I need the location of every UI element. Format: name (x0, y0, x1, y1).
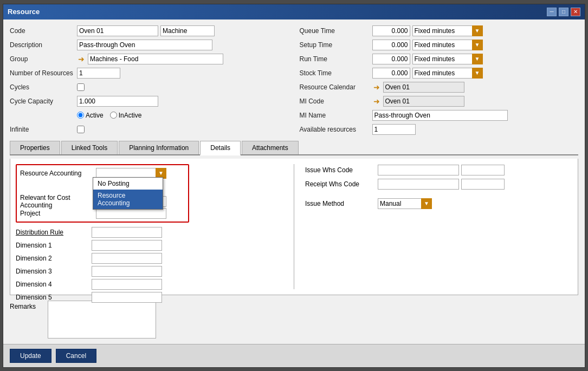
tab-properties-label: Properties (20, 144, 50, 152)
tab-divider (294, 164, 294, 289)
issue-method-wrapper: Manual ▼ (378, 198, 432, 209)
queue-time-row: Queue Time Fixed minutes ▼ (300, 25, 579, 37)
infinite-checkbox[interactable] (77, 126, 85, 133)
type-input[interactable] (160, 25, 215, 36)
minimize-button[interactable]: ─ (547, 8, 557, 16)
tab-attachments[interactable]: Attachments (242, 141, 299, 154)
active-radio[interactable] (77, 112, 84, 119)
issue-method-select[interactable]: Manual (378, 198, 432, 209)
resource-accounting-label: Resource Accounting (20, 170, 96, 177)
infinite-label: Infinite (10, 126, 75, 133)
dimension3-row: Dimension 3 (16, 266, 283, 277)
dimension5-label: Dimension 5 (16, 294, 92, 301)
dimension3-input[interactable] (92, 266, 162, 277)
tab-linked-tools-label: Linked Tools (72, 144, 108, 152)
main-window: Resource ─ □ ✕ Code Description (3, 4, 585, 368)
cycles-checkbox[interactable] (77, 83, 85, 91)
mi-name-input[interactable] (372, 110, 508, 121)
cycles-label: Cycles (10, 83, 75, 91)
resource-calendar-label: Resource Calendar (300, 83, 370, 91)
receipt-whs-input2[interactable] (461, 179, 505, 190)
issue-whs-input[interactable] (378, 165, 459, 175)
dimension4-row: Dimension 4 (16, 279, 283, 290)
remarks-textarea[interactable] (48, 301, 156, 339)
cycle-capacity-row: Cycle Capacity (10, 95, 289, 107)
dimension4-input[interactable] (92, 279, 162, 290)
group-label: Group (10, 55, 75, 63)
number-resources-label: Number of Resources (10, 69, 75, 77)
queue-time-label: Queue Time (300, 27, 370, 35)
popup-resource-accounting[interactable]: Resource Accounting (93, 190, 163, 209)
dimension4-label: Dimension 4 (16, 281, 92, 288)
cancel-button[interactable]: Cancel (56, 349, 96, 363)
distribution-rule-input[interactable] (92, 227, 162, 238)
dimension1-row: Dimension 1 (16, 240, 283, 251)
cycle-capacity-input[interactable] (77, 96, 158, 107)
dimension1-label: Dimension 1 (16, 242, 92, 249)
resource-accounting-popup[interactable]: No Posting Resource Accounting (93, 177, 163, 210)
run-time-label: Run Time (300, 55, 370, 63)
project-input[interactable] (96, 208, 166, 219)
project-label: Project (20, 210, 96, 217)
close-button[interactable]: ✕ (571, 8, 580, 16)
dimension1-input[interactable] (92, 240, 162, 251)
issue-method-row: Issue Method Manual ▼ (305, 198, 572, 210)
available-resources-input[interactable] (372, 124, 416, 135)
mi-code-arrow-icon: ➜ (373, 97, 380, 106)
resource-calendar-input[interactable] (383, 82, 464, 93)
title-bar: Resource ─ □ ✕ (3, 4, 585, 19)
mi-name-label: MI Name (300, 112, 370, 119)
active-row: Active InActive (10, 109, 289, 121)
resource-calendar-row: Resource Calendar ➜ (300, 81, 579, 93)
active-radio-label[interactable]: Active (77, 112, 104, 119)
tab-planning-information-label: Planning Information (129, 144, 189, 152)
queue-time-input[interactable] (372, 25, 410, 36)
setup-time-input[interactable] (372, 40, 410, 50)
receipt-whs-input[interactable] (378, 179, 459, 190)
dimension2-input[interactable] (92, 253, 162, 264)
inactive-radio[interactable] (110, 112, 117, 119)
setup-time-select[interactable]: Fixed minutes (412, 40, 483, 50)
dimension5-input[interactable] (92, 292, 162, 303)
tab-details-label: Details (210, 144, 230, 152)
receipt-whs-row: Receipt Whs Code (305, 178, 572, 190)
available-resources-row: Available resources (300, 123, 579, 135)
description-label: Description (10, 41, 75, 49)
group-row: Group ➜ (10, 53, 289, 65)
maximize-button[interactable]: □ (559, 8, 568, 16)
stock-time-input[interactable] (372, 68, 410, 79)
code-input[interactable] (77, 25, 158, 36)
resource-calendar-arrow-icon: ➜ (373, 83, 380, 92)
dimension3-label: Dimension 3 (16, 268, 92, 275)
resource-accounting-container: Resource Accounting ▼ No Posting Resourc… (16, 164, 189, 223)
receipt-whs-label: Receipt Whs Code (305, 180, 376, 188)
stock-time-dropdown: Fixed minutes ▼ (412, 68, 483, 79)
run-time-row: Run Time Fixed minutes ▼ (300, 53, 579, 65)
number-resources-input[interactable] (77, 68, 120, 79)
mi-code-input[interactable] (383, 96, 464, 107)
popup-no-posting[interactable]: No Posting (93, 178, 163, 190)
update-button[interactable]: Update (10, 349, 51, 363)
stock-time-select[interactable]: Fixed minutes (412, 68, 483, 79)
tab-planning-information[interactable]: Planning Information (119, 141, 199, 154)
description-row: Description (10, 39, 289, 51)
tab-linked-tools[interactable]: Linked Tools (61, 141, 118, 154)
queue-time-dropdown: Fixed minutes ▼ (412, 25, 483, 36)
mi-name-row: MI Name (300, 109, 579, 121)
window-title: Resource (8, 8, 40, 16)
distribution-rule-row: Distribution Rule (16, 227, 283, 238)
run-time-select[interactable]: Fixed minutes (412, 54, 483, 64)
cycles-row: Cycles (10, 81, 289, 93)
tab-details[interactable]: Details (200, 141, 241, 155)
issue-whs-input2[interactable] (461, 165, 505, 175)
issue-whs-label: Issue Whs Code (305, 166, 376, 174)
description-input[interactable] (77, 40, 212, 50)
queue-time-select[interactable]: Fixed minutes (412, 25, 483, 36)
run-time-dropdown: Fixed minutes ▼ (412, 54, 483, 64)
tabs-bar: Properties Linked Tools Planning Informa… (10, 141, 578, 155)
group-input[interactable] (88, 54, 223, 64)
number-resources-row: Number of Resources (10, 67, 289, 79)
inactive-radio-label[interactable]: InActive (110, 112, 142, 119)
run-time-input[interactable] (372, 54, 410, 64)
tab-properties[interactable]: Properties (10, 141, 60, 154)
